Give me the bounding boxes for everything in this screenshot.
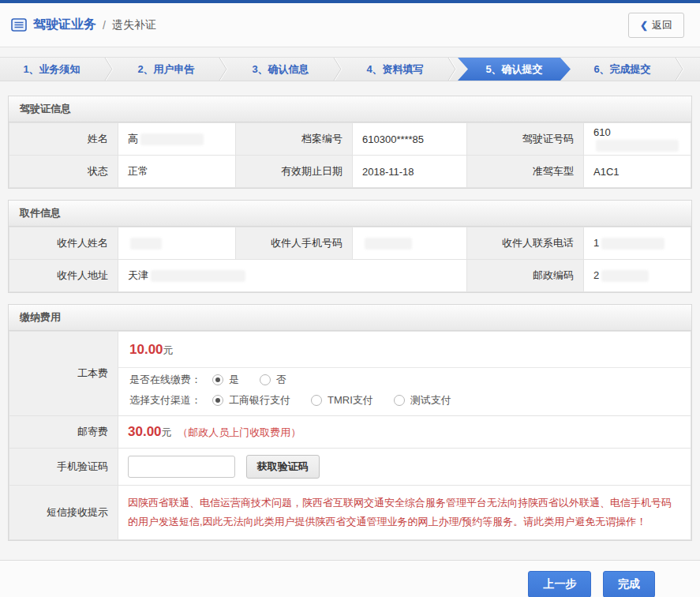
pay-channel-option-row: 选择支付渠道： 工商银行支付 TMRI支付 测试支付 (118, 389, 691, 415)
recipient-name-value (118, 227, 236, 260)
mail-fee-unit: 元 (162, 426, 172, 438)
step-separator-icon (447, 58, 458, 81)
step-4-fill-materials[interactable]: 4、资料填写 (343, 58, 447, 81)
status-value: 正常 (118, 156, 236, 188)
table-row: 手机验证码 获取验证码 (9, 449, 691, 486)
table-row: 工本费 10.00元 是否在线缴费： 是 否 (9, 332, 691, 416)
back-chevron-icon: ❮ (640, 20, 648, 31)
production-fee-amount: 10.00 (129, 342, 163, 357)
name-label: 姓名 (9, 123, 118, 156)
back-button[interactable]: ❮ 返回 (628, 13, 684, 38)
step-bar-filler (685, 58, 700, 81)
step-3-confirm-info[interactable]: 3、确认信息 (229, 58, 332, 81)
expiry-label: 有效期止日期 (236, 156, 353, 188)
radio-option-label: TMRI支付 (328, 393, 373, 407)
step-6-complete-submit[interactable]: 6、完成提交 (571, 58, 674, 81)
production-fee-unit: 元 (163, 344, 174, 356)
table-row: 收件人姓名 收件人手机号码 收件人联系电话 1 (9, 227, 691, 260)
license-no-label: 驾驶证号码 (467, 123, 584, 156)
sms-code-input[interactable] (128, 456, 235, 478)
online-pay-option-no[interactable]: 否 (260, 373, 286, 387)
radio-option-label: 工商银行支付 (229, 393, 290, 407)
recipient-mobile-label: 收件人手机号码 (236, 227, 353, 260)
expiry-value: 2018-11-18 (353, 156, 467, 188)
step-progress-bar: 1、业务须知 2、用户申告 3、确认信息 4、资料填写 5、确认提交 6、完成提… (0, 57, 700, 81)
redacted-blob (130, 238, 162, 250)
page-title: 驾驶证业务 (33, 17, 96, 33)
redacted-blob (140, 133, 204, 145)
online-pay-option-yes[interactable]: 是 (212, 373, 239, 387)
table-row: 短信接收提示 因陕西省联通、电信运营商技术问题，陕西省互联网交通安全综合服务管理… (9, 486, 691, 540)
license-list-icon (11, 18, 27, 32)
breadcrumb-divider: / (103, 19, 106, 32)
file-no-value: 610300****85 (353, 123, 467, 156)
sms-notice-cell: 因陕西省联通、电信运营商技术问题，陕西省互联网交通安全综合服务管理平台无法向持陕… (118, 486, 691, 540)
step-5-confirm-submit[interactable]: 5、确认提交 (458, 58, 571, 81)
previous-step-button[interactable]: 上一步 (528, 571, 591, 597)
channel-option-tmri[interactable]: TMRI支付 (311, 393, 373, 407)
production-fee-amount-line: 10.00元 (118, 332, 691, 368)
sms-notice-label: 短信接收提示 (9, 486, 118, 540)
pickup-info-panel: 取件信息 收件人姓名 收件人手机号码 收件人联系电话 1 收件人地址 天津 邮政… (8, 200, 692, 293)
sms-notice-text: 因陕西省联通、电信运营商技术问题，陕西省互联网交通安全综合服务管理平台无法向持陕… (128, 489, 681, 536)
recipient-name-label: 收件人姓名 (9, 227, 118, 260)
channel-option-icbc[interactable]: 工商银行支付 (212, 393, 290, 407)
recipient-phone-value: 1 (584, 227, 691, 260)
redacted-blob (151, 270, 245, 282)
step-2-user-declaration[interactable]: 2、用户申告 (114, 58, 218, 81)
step-1-business-notice[interactable]: 1、业务须知 (0, 58, 103, 81)
name-value: 高 (118, 123, 236, 156)
redacted-blob (596, 140, 679, 152)
table-row: 邮寄费 30.00元 （邮政人员上门收取费用） (9, 416, 691, 449)
production-fee-label: 工本费 (9, 332, 118, 416)
fees-section-title: 缴纳费用 (9, 305, 691, 331)
table-row: 姓名 高 档案编号 610300****85 驾驶证号码 610 (9, 123, 691, 156)
postcode-value: 2 (584, 260, 691, 292)
step-separator-icon (103, 58, 114, 81)
step-separator-icon (674, 58, 685, 81)
redacted-blob (601, 270, 649, 282)
online-pay-option-row: 是否在线缴费： 是 否 (118, 368, 691, 389)
radio-option-label: 是 (229, 373, 239, 387)
online-pay-question: 是否在线缴费： (129, 373, 201, 387)
sms-code-label: 手机验证码 (9, 449, 118, 486)
step-separator-icon (218, 58, 229, 81)
vehicle-type-label: 准驾车型 (467, 156, 584, 188)
postcode-label: 邮政编码 (467, 260, 584, 292)
file-no-label: 档案编号 (236, 123, 353, 156)
table-row: 状态 正常 有效期止日期 2018-11-18 准驾车型 A1C1 (9, 156, 691, 188)
channel-option-test[interactable]: 测试支付 (394, 393, 451, 407)
fees-panel: 缴纳费用 工本费 10.00元 是否在线缴费： 是 (8, 304, 692, 541)
production-fee-cell: 10.00元 是否在线缴费： 是 否 选择支 (118, 332, 691, 416)
radio-option-label: 否 (276, 373, 286, 387)
radio-icon[interactable] (212, 395, 223, 406)
sms-code-cell: 获取验证码 (118, 449, 691, 486)
redacted-blob (601, 238, 664, 250)
page-subtitle: 遗失补证 (112, 18, 156, 32)
radio-icon[interactable] (212, 374, 223, 385)
radio-icon[interactable] (311, 395, 322, 406)
page-header: 驾驶证业务 / 遗失补证 ❮ 返回 (0, 3, 700, 47)
footer-action-bar: 上一步 完成 (0, 560, 700, 597)
back-button-label: 返回 (652, 18, 672, 32)
get-sms-code-button[interactable]: 获取验证码 (246, 455, 320, 479)
mail-fee-note: （邮政人员上门收取费用） (178, 426, 301, 438)
mail-fee-label: 邮寄费 (9, 416, 118, 449)
pickup-info-section-title: 取件信息 (9, 201, 691, 227)
radio-option-label: 测试支付 (410, 393, 451, 407)
radio-icon[interactable] (260, 374, 271, 385)
breadcrumb: 驾驶证业务 / 遗失补证 (11, 17, 156, 33)
step-separator-icon (332, 58, 343, 81)
radio-icon[interactable] (394, 395, 405, 406)
redacted-blob (365, 238, 412, 250)
pay-channel-question: 选择支付渠道： (129, 393, 201, 407)
mail-fee-cell: 30.00元 （邮政人员上门收取费用） (118, 416, 691, 449)
finish-button[interactable]: 完成 (603, 571, 655, 597)
license-info-section-title: 驾驶证信息 (9, 96, 691, 122)
license-no-value: 610 (584, 123, 691, 156)
address-label: 收件人地址 (9, 260, 118, 292)
mail-fee-amount: 30.00 (128, 424, 162, 439)
table-row: 收件人地址 天津 邮政编码 2 (9, 260, 691, 292)
recipient-mobile-value (353, 227, 467, 260)
address-value: 天津 (118, 260, 467, 292)
